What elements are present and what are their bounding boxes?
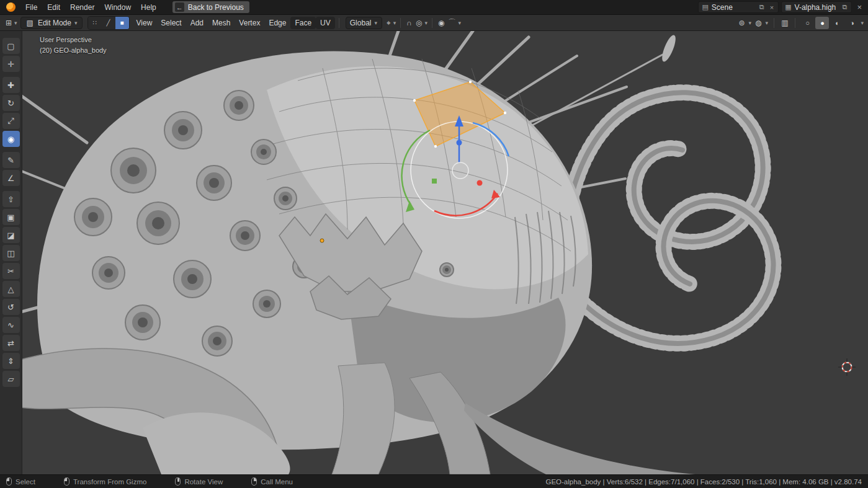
viewport-header: ⊞ ▾ ▧ Edit Mode ▾ ∷ ╱ ■ View Select Add … bbox=[0, 15, 868, 31]
menu-select[interactable]: Select bbox=[156, 17, 186, 29]
proportional-falloff-icon[interactable]: ⌒ bbox=[446, 17, 457, 28]
view-layer-icon: ▦ bbox=[785, 3, 791, 11]
unlink-scene-icon[interactable]: × bbox=[769, 4, 775, 11]
tool-loop-cut[interactable]: ◫ bbox=[2, 245, 20, 261]
menu-uv[interactable]: UV bbox=[316, 17, 335, 29]
menu-vertex[interactable]: Vertex bbox=[235, 17, 264, 29]
shading-rendered-button[interactable]: ◑ bbox=[845, 17, 859, 29]
new-view-layer-icon[interactable]: ⧉ bbox=[841, 3, 849, 11]
view-layer-selector[interactable]: ▦ V-alpha.high ⧉ bbox=[781, 1, 852, 13]
menu-mesh[interactable]: Mesh bbox=[208, 17, 235, 29]
editor-type-icon[interactable]: ⊞ bbox=[4, 19, 14, 27]
xray-toggle-icon[interactable]: ▥ bbox=[779, 19, 790, 27]
topbar: File Edit Render Window Help ← Back to P… bbox=[0, 0, 868, 15]
tool-edge-slide[interactable]: ⇄ bbox=[2, 335, 20, 351]
object-origin-dot bbox=[320, 239, 324, 242]
shading-wireframe-button[interactable]: ○ bbox=[800, 17, 814, 29]
viewport-gizmos-icon[interactable]: ⊚ bbox=[737, 19, 747, 27]
tool-knife[interactable]: ✂ bbox=[2, 263, 20, 279]
tool-rotate[interactable]: ↻ bbox=[2, 95, 20, 111]
select-mode-group: ∷ ╱ ■ bbox=[87, 16, 130, 30]
tool-move[interactable]: ✚ bbox=[2, 77, 20, 93]
mouse-left-drag-icon bbox=[64, 477, 69, 486]
tool-cursor[interactable]: ✛ bbox=[2, 56, 20, 72]
orientation-caret-icon: ▾ bbox=[374, 20, 378, 26]
vertex-select-button[interactable]: ∷ bbox=[88, 17, 102, 29]
back-arrow-icon: ← bbox=[175, 2, 184, 12]
tool-shear[interactable]: ▱ bbox=[2, 371, 20, 387]
shading-solid-button[interactable]: ● bbox=[815, 17, 829, 29]
menu-help[interactable]: Help bbox=[136, 2, 161, 13]
viewport-scene bbox=[0, 31, 868, 474]
mode-label: Edit Mode bbox=[38, 19, 71, 27]
viewport-text-overlay: User Perspective (20) GEO-alpha_body bbox=[40, 35, 107, 56]
status-hint-rotate-view: Rotate View bbox=[175, 477, 223, 486]
mode-dropdown[interactable]: ▧ Edit Mode ▾ bbox=[20, 17, 83, 29]
menu-file[interactable]: File bbox=[20, 2, 42, 13]
status-hint-call-menu: Call Menu bbox=[251, 477, 293, 486]
edge-select-button[interactable]: ╱ bbox=[102, 17, 115, 29]
tool-annotate[interactable]: ✎ bbox=[2, 152, 20, 168]
pivot-point-icon[interactable]: ⌖ bbox=[385, 19, 393, 27]
status-hint-select: Select bbox=[6, 477, 35, 486]
tool-measure[interactable]: ∠ bbox=[2, 170, 20, 186]
menu-render[interactable]: Render bbox=[65, 2, 99, 13]
scene-statistics: GEO-alpha_body | Verts:6/532 | Edges:7/1… bbox=[545, 478, 862, 486]
tool-spin[interactable]: ↺ bbox=[2, 299, 20, 315]
menu-face[interactable]: Face bbox=[290, 17, 316, 29]
hint-label: Select bbox=[16, 478, 35, 486]
mouse-left-icon bbox=[6, 477, 12, 486]
editor-type-caret-icon: ▾ bbox=[14, 20, 18, 26]
tool-shrink-fatten[interactable]: ⇕ bbox=[2, 353, 20, 369]
snap-toggle-icon[interactable]: ∩ bbox=[405, 19, 414, 27]
blender-window: File Edit Render Window Help ← Back to P… bbox=[0, 0, 868, 488]
hint-label: Transform From Gizmo bbox=[73, 478, 146, 486]
tool-smooth[interactable]: ∿ bbox=[2, 317, 20, 333]
hint-label: Rotate View bbox=[184, 478, 223, 486]
menu-add[interactable]: Add bbox=[186, 17, 208, 29]
blender-logo-icon[interactable] bbox=[6, 2, 16, 12]
tool-inset-faces[interactable]: ▣ bbox=[2, 209, 20, 225]
proportional-editing-icon[interactable]: ◉ bbox=[436, 19, 446, 27]
3d-viewport[interactable]: ▢ ✛ ✚ ↻ ⤢ ◉ ✎ ∠ ⇧ ▣ ◪ ◫ ✂ △ ↺ ∿ ⇄ ⇕ ▱ Us… bbox=[0, 31, 868, 474]
tool-bevel[interactable]: ◪ bbox=[2, 227, 20, 243]
scene-name: Scene bbox=[712, 3, 755, 12]
mode-caret-icon: ▾ bbox=[74, 20, 78, 26]
overlays-toggle-icon[interactable]: ◍ bbox=[753, 19, 763, 27]
tool-transform[interactable]: ◉ bbox=[2, 131, 20, 147]
scene-selector[interactable]: ▤ Scene ⧉ × bbox=[698, 1, 779, 13]
tool-select-box[interactable]: ▢ bbox=[2, 38, 20, 54]
shading-caret-icon: ▾ bbox=[860, 20, 864, 26]
back-to-previous-button[interactable]: ← Back to Previous bbox=[172, 1, 249, 13]
header-right: ⊚ ▾ ◍ ▾ ▥ ○ ● ◐ ◑ ▾ bbox=[737, 17, 864, 29]
tool-scale[interactable]: ⤢ bbox=[2, 113, 20, 129]
hint-label: Call Menu bbox=[261, 478, 293, 486]
menu-view[interactable]: View bbox=[132, 17, 157, 29]
transform-orientation-dropdown[interactable]: Global ▾ bbox=[346, 17, 382, 29]
mouse-middle-icon bbox=[175, 477, 181, 486]
status-bar: Select Transform From Gizmo Rotate View … bbox=[0, 474, 868, 488]
snap-target-icon[interactable]: ◎ bbox=[414, 19, 424, 27]
remove-view-layer-icon[interactable]: × bbox=[854, 2, 864, 12]
active-object-label: (20) GEO-alpha_body bbox=[40, 45, 107, 56]
gizmos-caret-icon: ▾ bbox=[748, 20, 753, 26]
menu-window[interactable]: Window bbox=[99, 2, 136, 13]
shading-material-button[interactable]: ◐ bbox=[830, 17, 844, 29]
perspective-label: User Perspective bbox=[40, 35, 107, 45]
orientation-label: Global bbox=[350, 19, 372, 27]
new-scene-icon[interactable]: ⧉ bbox=[758, 3, 766, 11]
menu-edge[interactable]: Edge bbox=[264, 17, 290, 29]
tool-extrude-region[interactable]: ⇧ bbox=[2, 191, 20, 207]
menu-edit[interactable]: Edit bbox=[42, 2, 65, 13]
scene-icon: ▤ bbox=[702, 3, 708, 11]
status-hint-transform: Transform From Gizmo bbox=[64, 477, 146, 486]
overlays-caret-icon: ▾ bbox=[765, 20, 769, 26]
snap-caret-icon: ▾ bbox=[424, 20, 428, 26]
falloff-caret-icon: ▾ bbox=[457, 20, 462, 26]
back-button-label: Back to Previous bbox=[188, 3, 244, 12]
face-select-button[interactable]: ■ bbox=[115, 17, 129, 29]
mouse-right-icon bbox=[251, 477, 257, 486]
tool-shelf: ▢ ✛ ✚ ↻ ⤢ ◉ ✎ ∠ ⇧ ▣ ◪ ◫ ✂ △ ↺ ∿ ⇄ ⇕ ▱ bbox=[0, 31, 22, 474]
tool-poly-build[interactable]: △ bbox=[2, 281, 20, 297]
pivot-caret-icon: ▾ bbox=[393, 20, 397, 26]
